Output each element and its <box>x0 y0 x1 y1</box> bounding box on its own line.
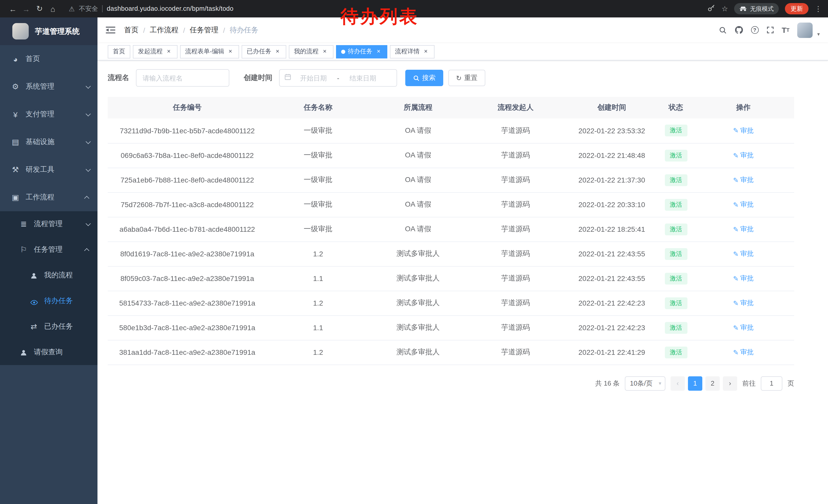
breadcrumb-home[interactable]: 首页 <box>124 26 138 35</box>
page-size-select[interactable]: 10条/页 ▾ <box>625 376 665 391</box>
tab-todo-tasks[interactable]: 待办任务 × <box>336 45 387 58</box>
sidebar-item-infrastructure[interactable]: ▤ 基础设施 <box>0 128 97 156</box>
status-badge: 激活 <box>665 346 687 358</box>
close-icon[interactable]: × <box>422 48 429 55</box>
password-key-icon[interactable] <box>708 4 715 13</box>
dashboard-icon: ◕ <box>10 55 20 63</box>
breadcrumb-workflow[interactable]: 工作流程 <box>150 26 178 35</box>
close-icon[interactable]: × <box>375 48 382 55</box>
pencil-icon: ✎ <box>733 299 739 307</box>
reload-icon[interactable]: ↻ <box>33 4 46 13</box>
browser-menu-icon[interactable]: ⋮ <box>815 5 822 13</box>
list-icon: ≣ <box>18 220 29 229</box>
search-icon[interactable] <box>718 26 727 34</box>
chevron-down-icon <box>86 139 91 144</box>
task-id: 8f0d1619-7ac8-11ec-a9e2-a2380e71991a <box>108 241 267 266</box>
sidebar-item-workflow[interactable]: ▣ 工作流程 <box>0 184 97 211</box>
sidebar-item-done-tasks[interactable]: ⇄ 已办任务 <box>0 314 97 339</box>
hamburger-icon[interactable] <box>106 26 117 34</box>
status-badge: 激活 <box>665 199 687 211</box>
page-number-1[interactable]: 1 <box>688 376 702 391</box>
tab-home[interactable]: 首页 <box>108 45 130 58</box>
goto-page-input[interactable] <box>761 376 782 391</box>
search-button[interactable]: 搜索 <box>405 70 443 86</box>
home-icon[interactable]: ⌂ <box>46 4 59 13</box>
address-bar[interactable]: ⚠ 不安全 dashboard.yudao.iocoder.cn/bpm/tas… <box>69 4 699 13</box>
pencil-icon: ✎ <box>733 201 739 209</box>
sidebar-item-home[interactable]: ◕ 首页 <box>0 45 97 73</box>
sidebar-item-task-management[interactable]: ⚐ 任务管理 <box>0 237 97 263</box>
close-icon[interactable]: × <box>274 48 281 55</box>
update-button[interactable]: 更新 <box>785 3 809 14</box>
chevron-up-icon <box>84 248 89 253</box>
sidebar-item-label: 系统管理 <box>26 82 54 91</box>
end-date-input[interactable] <box>342 74 384 82</box>
font-size-icon[interactable]: TT <box>782 26 790 34</box>
process-name-label: 流程名 <box>108 73 129 83</box>
approve-button[interactable]: ✎审批 <box>733 323 754 332</box>
sidebar-item-leave-query[interactable]: 请假查询 <box>0 339 97 365</box>
page-number-2[interactable]: 2 <box>705 376 720 391</box>
approve-button[interactable]: ✎审批 <box>733 348 754 357</box>
approve-button[interactable]: ✎审批 <box>733 299 754 308</box>
help-icon[interactable]: ? <box>751 26 758 34</box>
approve-button[interactable]: ✎审批 <box>733 200 754 209</box>
chevron-down-icon <box>86 166 91 172</box>
sidebar-item-my-processes[interactable]: 我的流程 <box>0 263 97 288</box>
breadcrumb-task-management[interactable]: 任务管理 <box>190 26 218 35</box>
next-page-button[interactable]: › <box>723 376 737 391</box>
approve-button[interactable]: ✎审批 <box>733 151 754 160</box>
sidebar-item-payment[interactable]: ¥ 支付管理 <box>0 100 97 128</box>
tab-start-process[interactable]: 发起流程 × <box>133 45 177 58</box>
tab-my-processes[interactable]: 我的流程 × <box>289 45 333 58</box>
pencil-icon: ✎ <box>733 225 739 233</box>
sidebar-item-process-management[interactable]: ≣ 流程管理 <box>0 211 97 237</box>
task-initiator: 芋道源码 <box>467 266 564 291</box>
eye-icon <box>29 296 39 305</box>
task-create-time: 2022-01-21 22:43:55 <box>564 266 659 291</box>
tab-form-edit[interactable]: 流程表单-编辑 × <box>180 45 239 58</box>
fullscreen-icon[interactable] <box>766 26 774 34</box>
task-process: OA 请假 <box>369 119 467 143</box>
back-icon[interactable]: ← <box>6 4 19 13</box>
close-icon[interactable]: × <box>321 48 328 55</box>
user-avatar[interactable] <box>797 22 813 38</box>
incognito-label: 无痕模式 <box>750 5 774 12</box>
close-icon[interactable]: × <box>165 48 172 55</box>
bookmark-star-icon[interactable]: ☆ <box>721 5 728 13</box>
gear-icon: ⚙ <box>10 82 20 91</box>
forward-icon[interactable]: → <box>19 4 33 13</box>
prev-page-button[interactable]: ‹ <box>670 376 685 391</box>
sidebar-item-devtools[interactable]: ⚒ 研发工具 <box>0 156 97 184</box>
app-logo-row[interactable]: 芋道管理系统 <box>0 17 97 45</box>
page-unit-label: 页 <box>787 379 794 388</box>
tab-process-detail[interactable]: 流程详情 × <box>390 45 434 58</box>
approve-button[interactable]: ✎审批 <box>733 126 754 135</box>
approve-button[interactable]: ✎审批 <box>733 274 754 283</box>
approve-button[interactable]: ✎审批 <box>733 249 754 259</box>
reset-button[interactable]: ↻ 重置 <box>448 70 485 86</box>
process-name-input[interactable] <box>136 69 229 87</box>
task-id: 75d72608-7b7f-11ec-a3c8-acde48001122 <box>108 192 267 217</box>
date-range-picker[interactable]: - <box>279 69 397 87</box>
task-id: 069c6a63-7b8a-11ec-8ef0-acde48001122 <box>108 143 267 168</box>
swap-arrows-icon: ⇄ <box>29 322 39 331</box>
start-date-input[interactable] <box>292 74 334 82</box>
task-process: OA 请假 <box>369 143 467 168</box>
table-row: 75d72608-7b7f-11ec-a3c8-acde48001122 一级审… <box>108 192 794 217</box>
github-icon[interactable] <box>734 26 743 34</box>
sidebar-item-todo-tasks[interactable]: 待办任务 <box>0 288 97 314</box>
sidebar-item-system[interactable]: ⚙ 系统管理 <box>0 73 97 100</box>
chrome-toolbar: ☆ 无痕模式 更新 ⋮ <box>708 3 822 14</box>
address-divider <box>102 5 102 12</box>
tab-done-tasks[interactable]: 已办任务 × <box>242 45 286 58</box>
col-task-id: 任务编号 <box>108 97 267 119</box>
sidebar-item-label: 基础设施 <box>26 137 54 147</box>
approve-button[interactable]: ✎审批 <box>733 225 754 234</box>
task-name: 一级审批 <box>267 119 369 143</box>
pencil-icon: ✎ <box>733 275 739 282</box>
task-name: 一级审批 <box>267 143 369 168</box>
close-icon[interactable]: × <box>227 48 234 55</box>
incognito-icon <box>739 6 747 11</box>
approve-button[interactable]: ✎审批 <box>733 175 754 185</box>
